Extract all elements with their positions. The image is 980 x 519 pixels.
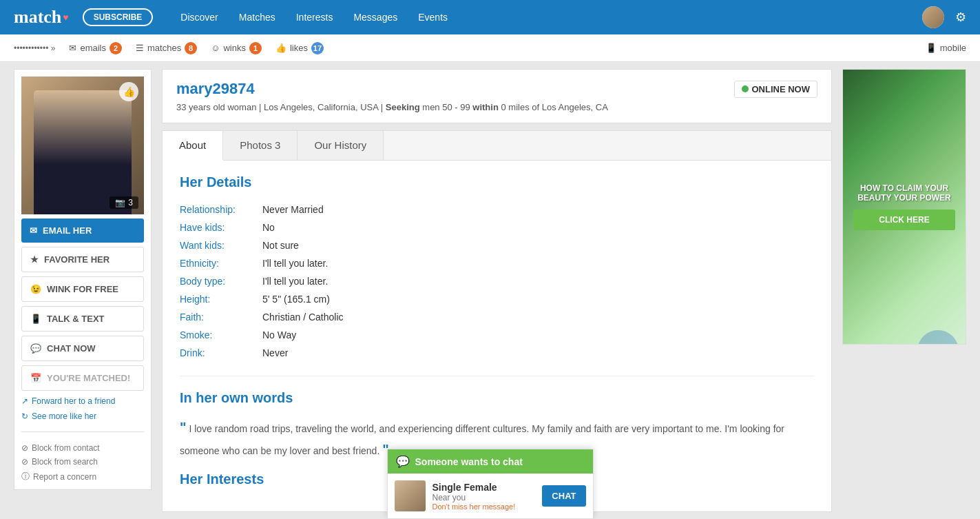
gear-icon[interactable]: ⚙ [955, 10, 966, 25]
field-label: Ethnicity: [180, 254, 262, 272]
nav-messages[interactable]: Messages [353, 12, 397, 23]
username-link[interactable]: •••••••••••• [14, 43, 55, 53]
email-icon: ✉ [69, 43, 76, 53]
profile-header: mary29874 ONLINE NOW 33 years old woman … [162, 69, 832, 123]
favorite-her-button[interactable]: ★ FAVORITE HER [21, 247, 144, 272]
forward-link[interactable]: ↗ Forward her to a friend [21, 396, 144, 406]
emails-label: emails [80, 43, 106, 53]
avatar[interactable] [922, 6, 944, 28]
talk-text-button[interactable]: 📱 TALK & TEXT [21, 306, 144, 332]
forward-label: Forward her to a friend [32, 396, 115, 406]
field-label: Body type: [180, 272, 262, 290]
table-row: Have kids:No [180, 218, 344, 236]
matches-label: matches [147, 43, 181, 53]
block-section: ⊘ Block from contact ⊘ Block from search… [21, 431, 144, 482]
block-icon: ⊘ [21, 443, 28, 453]
table-row: Height:5' 5" (165.1 cm) [180, 290, 344, 308]
field-label: Height: [180, 290, 262, 308]
table-row: Faith:Christian / Catholic [180, 308, 344, 326]
matches-link[interactable]: ☰ matches 8 [136, 42, 197, 54]
logo-heart: ♥ [63, 12, 68, 23]
chat-popup-title: Someone wants to chat [415, 456, 523, 467]
block-search-label: Block from search [32, 457, 98, 467]
report-label: Report a concern [33, 472, 96, 482]
in-her-words-title: In her own words [180, 390, 814, 406]
mobile-label: mobile [940, 43, 966, 53]
talk-icon: 📱 [30, 314, 41, 324]
block-search-link[interactable]: ⊘ Block from search [21, 457, 144, 467]
details-table: Relationship:Never MarriedHave kids:NoWa… [180, 201, 344, 362]
matched-button: 📅 YOU'RE MATCHED! [21, 365, 144, 391]
tab-history[interactable]: Our History [298, 131, 384, 160]
chat-user-status: Don't miss her message! [432, 502, 536, 511]
chat-icon: 💬 [30, 343, 41, 354]
subscribe-button[interactable]: SUBSCRIBE [83, 8, 154, 26]
logo-area: match ♥ [14, 7, 69, 28]
block-contact-link[interactable]: ⊘ Block from contact [21, 443, 144, 453]
email-her-button[interactable]: ✉ EMAIL HER [21, 218, 144, 243]
nav-events[interactable]: Events [418, 12, 448, 23]
ad-cta-button[interactable]: CLICK HERE [853, 210, 955, 230]
table-row: Want kids:Not sure [180, 236, 344, 254]
chat-now-button[interactable]: 💬 CHAT NOW [21, 336, 144, 361]
emails-link[interactable]: ✉ emails 2 [69, 42, 122, 54]
block-search-icon: ⊘ [21, 457, 28, 467]
mobile-icon: 📱 [926, 43, 937, 53]
nav-matches[interactable]: Matches [239, 12, 275, 23]
chat-user-info: Single Female Near you Don't miss her me… [432, 482, 536, 511]
matched-btn-label: YOU'RE MATCHED! [47, 373, 130, 383]
chat-now-popup-button[interactable]: CHAT [542, 485, 585, 507]
photo-count: 3 [128, 198, 133, 207]
nav-discover[interactable]: Discover [180, 12, 218, 23]
table-row: Ethnicity:I'll tell you later. [180, 254, 344, 272]
chat-popup-icon: 💬 [396, 455, 410, 468]
ad-banner: HOW TO CLAIM YOUR BEAUTY YOUR POWER CLIC… [842, 69, 966, 345]
field-value: I'll tell you later. [262, 272, 344, 290]
profile-photo[interactable]: 👍 📷 3 [21, 77, 144, 214]
table-row: Relationship:Never Married [180, 201, 344, 218]
profile-details-line: 33 years old woman | Los Angeles, Califo… [176, 102, 817, 112]
talk-btn-label: TALK & TEXT [47, 314, 105, 324]
see-more-link[interactable]: ↻ See more like her [21, 411, 144, 421]
main-nav: Discover Matches Interests Messages Even… [180, 12, 448, 23]
details-divider [180, 376, 814, 376]
field-label: Drink: [180, 344, 262, 362]
nav-interests[interactable]: Interests [296, 12, 333, 23]
ad-text: HOW TO CLAIM YOUR BEAUTY YOUR POWER [853, 183, 955, 203]
mobile-link[interactable]: 📱 mobile [926, 43, 966, 53]
see-more-label: See more like her [32, 411, 96, 421]
tab-about[interactable]: About [163, 131, 223, 161]
likes-link[interactable]: 👍 likes 17 [275, 42, 324, 54]
wink-button[interactable]: 😉 WINK FOR FREE [21, 276, 144, 302]
profile-username: mary29874 [176, 80, 255, 98]
field-label: Smoke: [180, 326, 262, 344]
photo-count-badge: 📷 3 [110, 196, 138, 209]
star-icon: ★ [30, 254, 39, 265]
age-gender: 33 years old woman [176, 102, 256, 112]
matches-icon: ☰ [136, 43, 144, 53]
table-row: Smoke:No Way [180, 326, 344, 344]
emails-badge: 2 [110, 42, 122, 54]
chat-user-name: Single Female [432, 482, 536, 493]
field-label: Faith: [180, 308, 262, 326]
field-value: No Way [262, 326, 344, 344]
report-concern-link[interactable]: ⓘ Report a concern [21, 471, 144, 482]
winks-link[interactable]: ☺ winks 1 [211, 42, 262, 54]
field-label: Want kids: [180, 236, 262, 254]
online-badge: ONLINE NOW [734, 81, 818, 98]
likes-label: likes [290, 43, 308, 53]
field-value: Never [262, 344, 344, 362]
chat-popup-body: Single Female Near you Don't miss her me… [388, 474, 593, 518]
field-value: I'll tell you later. [262, 254, 344, 272]
field-value: Not sure [262, 236, 344, 254]
nav-right: ⚙ [922, 6, 966, 28]
block-contact-label: Block from contact [32, 443, 100, 453]
winks-badge: 1 [249, 42, 262, 54]
chat-btn-label: CHAT NOW [47, 343, 96, 354]
field-label: Have kids: [180, 218, 262, 236]
chat-user-avatar [395, 480, 426, 511]
favorite-btn-label: FAVORITE HER [44, 254, 110, 265]
tab-photos[interactable]: Photos 3 [223, 131, 298, 160]
wink-btn-label: WINK FOR FREE [47, 284, 118, 294]
field-label: Relationship: [180, 201, 262, 218]
